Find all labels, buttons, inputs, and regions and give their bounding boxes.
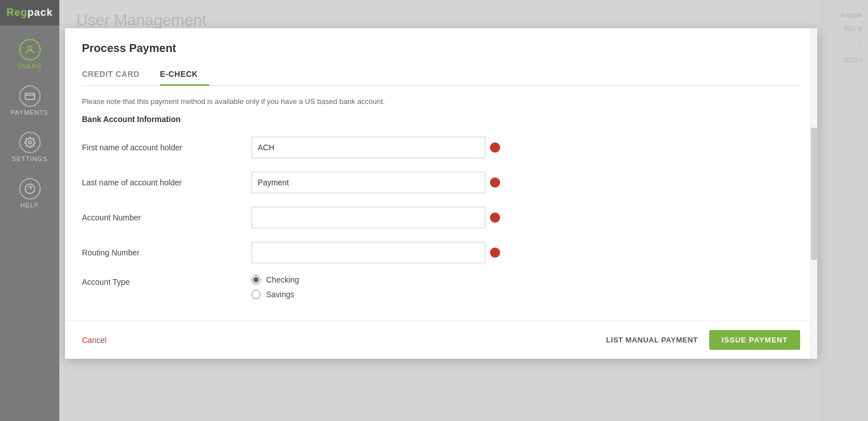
modal-footer: Cancel LIST MANUAL PAYMENT ISSUE PAYMENT [65, 320, 817, 359]
payment-tabs: CREDIT CARD E-CHECK [82, 64, 800, 86]
last-name-field-wrap [251, 172, 500, 193]
help-icon [19, 178, 41, 199]
sidebar-logo: Regpack [0, 0, 59, 25]
first-name-input[interactable] [251, 137, 485, 158]
sidebar-nav: USERS PAYMENTS SETTINGS [0, 31, 59, 216]
modal-header: Process Payment CREDIT CARD E-CHECK [65, 28, 817, 86]
sidebar-label-settings: SETTINGS [12, 155, 47, 162]
sidebar-label-users: USERS [18, 63, 42, 70]
routing-number-required [490, 248, 500, 258]
list-manual-payment-button[interactable]: LIST MANUAL PAYMENT [606, 336, 698, 344]
sidebar-label-payments: PAYMENTS [11, 109, 49, 116]
svg-point-2 [28, 141, 31, 144]
sidebar-item-settings[interactable]: SETTINGS [0, 124, 59, 170]
last-name-row: Last name of account holder [82, 170, 800, 195]
sidebar: Regpack USERS PAYMENTS [0, 0, 59, 421]
savings-radio[interactable] [251, 290, 261, 299]
modal-title: Process Payment [82, 42, 800, 55]
routing-number-field-wrap [251, 242, 500, 263]
modal-scrollbar[interactable] [810, 28, 817, 359]
account-type-label: Account Type [82, 275, 251, 287]
routing-number-label: Routing Number [82, 248, 251, 257]
settings-icon [19, 132, 41, 153]
account-number-required [490, 212, 500, 223]
sidebar-label-help: HELP [20, 202, 39, 209]
payment-note: Please note that this payment method is … [82, 97, 800, 106]
users-icon [19, 39, 41, 60]
last-name-input[interactable] [251, 172, 485, 193]
first-name-field-wrap [251, 137, 500, 158]
scrollbar-thumb [811, 128, 817, 260]
last-name-label: Last name of account holder [82, 178, 251, 187]
app-logo: Regpack [6, 7, 53, 19]
sidebar-item-users[interactable]: USERS [0, 31, 59, 77]
account-type-row: Account Type Checking Savings [82, 275, 800, 299]
footer-right-actions: LIST MANUAL PAYMENT ISSUE PAYMENT [606, 330, 800, 350]
checking-label: Checking [266, 275, 299, 284]
savings-label: Savings [266, 290, 294, 299]
account-number-field-wrap [251, 207, 500, 228]
account-type-radio-group: Checking Savings [251, 275, 299, 299]
payments-icon [19, 85, 41, 107]
issue-payment-button[interactable]: ISSUE PAYMENT [709, 330, 800, 350]
tab-e-check[interactable]: E-CHECK [160, 64, 209, 86]
account-number-input[interactable] [251, 207, 485, 228]
first-name-required [490, 142, 500, 153]
bank-account-section-title: Bank Account Information [82, 115, 800, 124]
checking-option[interactable]: Checking [251, 275, 299, 284]
last-name-required [490, 177, 500, 188]
first-name-row: First name of account holder [82, 135, 800, 160]
sidebar-item-help[interactable]: HELP [0, 170, 59, 216]
routing-number-input[interactable] [251, 242, 485, 263]
checking-radio[interactable] [251, 275, 261, 284]
savings-option[interactable]: Savings [251, 290, 299, 299]
svg-point-0 [28, 46, 32, 50]
main-content: User Management Autobill 500 ∨ › 1000 › … [59, 0, 868, 421]
account-number-row: Account Number [82, 205, 800, 230]
process-payment-modal: Process Payment CREDIT CARD E-CHECK Plea… [65, 28, 817, 359]
routing-number-row: Routing Number [82, 240, 800, 265]
account-number-label: Account Number [82, 213, 251, 222]
modal-body: Please note that this payment method is … [65, 86, 817, 320]
tab-credit-card[interactable]: CREDIT CARD [82, 64, 151, 86]
sidebar-item-payments[interactable]: PAYMENTS [0, 77, 59, 124]
cancel-button[interactable]: Cancel [82, 336, 107, 345]
first-name-label: First name of account holder [82, 143, 251, 152]
svg-rect-1 [25, 93, 34, 99]
